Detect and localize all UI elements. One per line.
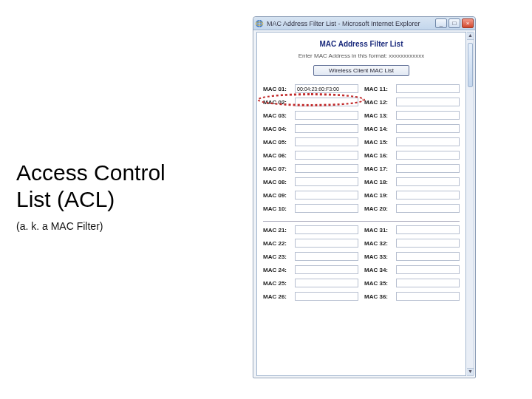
vertical-scrollbar[interactable]: ▲ ▼: [467, 32, 474, 376]
mac-label-17: MAC 17:: [364, 166, 394, 172]
mac-input-14[interactable]: [396, 124, 460, 133]
mac-row-09: MAC 09:: [263, 188, 358, 202]
mac-col-left-1: MAC 01:00:04:23:60:F3:00 MAC 02: MAC 03:…: [263, 82, 358, 215]
mac-label-16: MAC 16:: [364, 152, 394, 159]
scroll-down-arrow-icon[interactable]: ▼: [467, 368, 474, 375]
mac-row-23: MAC 23:: [263, 250, 358, 263]
mac-input-22[interactable]: [295, 239, 358, 248]
mac-label-07: MAC 07:: [263, 166, 293, 172]
mac-col-right-1: MAC 11: MAC 12: MAC 13: MAC 14: MAC 15: …: [364, 82, 460, 215]
mac-row-25: MAC 25:: [263, 276, 358, 290]
mac-row-03: MAC 03:: [263, 109, 358, 122]
mac-row-19: MAC 19:: [364, 188, 460, 202]
mac-col-right-2: MAC 31: MAC 32: MAC 33: MAC 34: MAC 35: …: [364, 223, 460, 303]
mac-label-15: MAC 15:: [364, 139, 394, 146]
mac-row-20: MAC 20:: [364, 202, 460, 215]
mac-label-19: MAC 19:: [364, 192, 394, 199]
mac-input-12[interactable]: [396, 98, 460, 106]
mac-label-05: MAC 05:: [263, 139, 293, 146]
mac-row-06: MAC 06:: [263, 149, 358, 162]
mac-input-08[interactable]: [295, 177, 358, 186]
mac-input-26[interactable]: [295, 292, 358, 301]
mac-input-31[interactable]: [396, 225, 460, 234]
mac-input-36[interactable]: [396, 292, 460, 301]
mac-row-11: MAC 11:: [364, 82, 460, 95]
mac-block-2: MAC 21: MAC 22: MAC 23: MAC 24: MAC 25: …: [263, 221, 460, 303]
ie-icon: [255, 19, 264, 28]
slide-title-line2: List (ACL): [16, 187, 115, 211]
wireless-client-list-button[interactable]: Wireless Client MAC List: [313, 65, 409, 76]
mac-label-21: MAC 21:: [263, 227, 293, 233]
slide-title: Access Control List (ACL): [16, 160, 166, 213]
mac-label-12: MAC 12:: [364, 99, 394, 106]
mac-label-11: MAC 11:: [364, 86, 394, 92]
mac-label-25: MAC 25:: [263, 280, 293, 287]
mac-input-03[interactable]: [295, 111, 358, 120]
mac-row-12: MAC 12:: [364, 95, 460, 109]
mac-row-36: MAC 36:: [364, 290, 460, 303]
mac-input-25[interactable]: [295, 279, 358, 287]
mac-input-32[interactable]: [396, 239, 460, 248]
mac-input-02[interactable]: [295, 98, 358, 106]
mac-input-33[interactable]: [396, 252, 460, 261]
mac-row-05: MAC 05:: [263, 135, 358, 149]
mac-input-17[interactable]: [396, 164, 460, 173]
mac-row-17: MAC 17:: [364, 162, 460, 175]
mac-label-31: MAC 31:: [364, 227, 394, 233]
mac-input-34[interactable]: [396, 265, 460, 274]
mac-input-10[interactable]: [295, 204, 358, 213]
mac-label-02: MAC 02:: [263, 99, 293, 106]
mac-input-19[interactable]: [396, 191, 460, 200]
scroll-thumb[interactable]: [468, 43, 473, 87]
mac-label-14: MAC 14:: [364, 126, 394, 132]
mac-row-31: MAC 31:: [364, 223, 460, 236]
minimize-button[interactable]: _: [435, 18, 447, 28]
mac-input-01[interactable]: 00:04:23:60:F3:00: [295, 84, 358, 93]
mac-label-36: MAC 36:: [364, 293, 394, 300]
mac-label-01: MAC 01:: [263, 86, 293, 92]
mac-label-33: MAC 33:: [364, 253, 394, 260]
mac-row-22: MAC 22:: [263, 236, 358, 250]
mac-row-10: MAC 10:: [263, 202, 358, 215]
mac-input-11[interactable]: [396, 84, 460, 93]
mac-input-35[interactable]: [396, 279, 460, 287]
mac-input-20[interactable]: [396, 204, 460, 213]
mac-row-35: MAC 35:: [364, 276, 460, 290]
maximize-button[interactable]: □: [449, 18, 460, 28]
mac-input-15[interactable]: [396, 137, 460, 146]
mac-label-10: MAC 10:: [263, 205, 293, 212]
mac-input-16[interactable]: [396, 151, 460, 160]
mac-row-01: MAC 01:00:04:23:60:F3:00: [263, 82, 358, 95]
mac-col-left-2: MAC 21: MAC 22: MAC 23: MAC 24: MAC 25: …: [263, 223, 358, 303]
mac-label-09: MAC 09:: [263, 192, 293, 199]
page-heading: MAC Address Filter List: [257, 40, 466, 48]
scroll-up-arrow-icon[interactable]: ▲: [467, 33, 474, 40]
mac-row-02: MAC 02:: [263, 95, 358, 109]
mac-row-24: MAC 24:: [263, 263, 358, 276]
mac-label-13: MAC 13:: [364, 112, 394, 119]
page-instruction: Enter MAC Address in this format: xxxxxx…: [257, 52, 466, 59]
mac-row-07: MAC 07:: [263, 162, 358, 175]
titlebar[interactable]: MAC Address Filter List - Microsoft Inte…: [253, 17, 475, 30]
mac-label-26: MAC 26:: [263, 293, 293, 300]
mac-label-32: MAC 32:: [364, 240, 394, 247]
mac-input-13[interactable]: [396, 111, 460, 120]
mac-label-35: MAC 35:: [364, 280, 394, 287]
mac-row-33: MAC 33:: [364, 250, 460, 263]
window-buttons: _ □ ×: [435, 18, 474, 28]
mac-row-14: MAC 14:: [364, 122, 460, 135]
mac-input-18[interactable]: [396, 177, 460, 186]
mac-input-21[interactable]: [295, 225, 358, 234]
mac-input-05[interactable]: [295, 137, 358, 146]
mac-grid: MAC 01:00:04:23:60:F3:00 MAC 02: MAC 03:…: [257, 81, 466, 303]
close-button[interactable]: ×: [462, 18, 474, 28]
mac-input-24[interactable]: [295, 265, 358, 274]
mac-row-34: MAC 34:: [364, 263, 460, 276]
mac-input-23[interactable]: [295, 252, 358, 261]
slide-subtitle: (a. k. a MAC Filter): [16, 220, 103, 232]
mac-input-09[interactable]: [295, 191, 358, 200]
mac-row-08: MAC 08:: [263, 175, 358, 188]
mac-input-04[interactable]: [295, 124, 358, 133]
mac-input-07[interactable]: [295, 164, 358, 173]
mac-input-06[interactable]: [295, 151, 358, 160]
